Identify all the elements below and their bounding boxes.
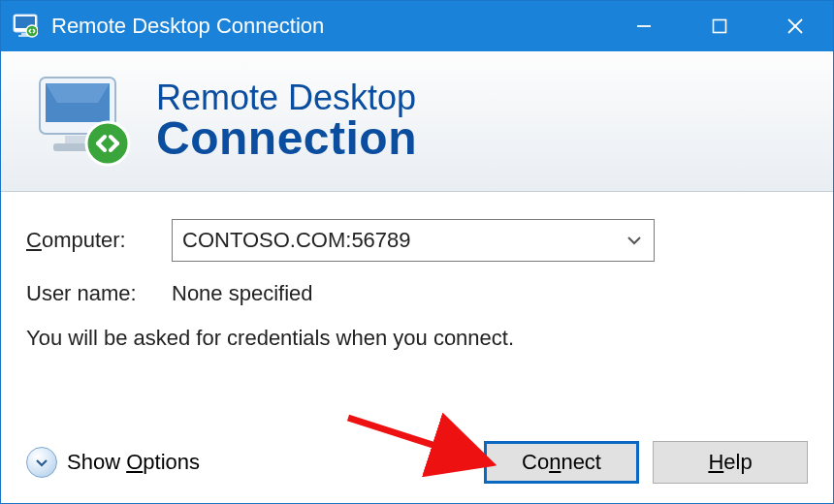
chevron-down-icon[interactable] bbox=[617, 220, 652, 261]
maximize-button[interactable] bbox=[682, 1, 757, 51]
rdp-banner-icon bbox=[32, 68, 139, 174]
rdp-titlebar-icon bbox=[11, 12, 40, 41]
footer: Show Options Connect Help bbox=[1, 441, 833, 503]
remote-desktop-window: Remote Desktop Connection bbox=[0, 0, 834, 504]
svg-point-13 bbox=[86, 122, 129, 165]
credentials-info: You will be asked for credentials when y… bbox=[26, 326, 808, 351]
expand-down-icon bbox=[26, 447, 57, 478]
annotation-arrow-icon bbox=[340, 408, 505, 486]
svg-point-4 bbox=[26, 25, 38, 37]
computer-row: Computer: CONTOSO.COM:56789 bbox=[26, 219, 808, 262]
help-button[interactable]: Help bbox=[653, 441, 808, 484]
computer-label: Computer: bbox=[26, 228, 172, 253]
titlebar: Remote Desktop Connection bbox=[1, 1, 833, 51]
show-options-toggle[interactable]: Show Options bbox=[26, 447, 200, 478]
username-value: None specified bbox=[172, 281, 313, 306]
username-row: User name: None specified bbox=[26, 281, 808, 306]
computer-input[interactable]: CONTOSO.COM:56789 bbox=[182, 228, 617, 253]
minimize-button[interactable] bbox=[606, 1, 682, 51]
banner-text: Remote Desktop Connection bbox=[156, 80, 417, 162]
connect-button[interactable]: Connect bbox=[484, 441, 639, 484]
window-controls bbox=[606, 1, 833, 51]
banner: Remote Desktop Connection bbox=[1, 51, 833, 192]
computer-combobox[interactable]: CONTOSO.COM:56789 bbox=[172, 219, 655, 262]
show-options-label: Show Options bbox=[67, 450, 200, 475]
banner-line2: Connection bbox=[156, 115, 417, 162]
banner-line1: Remote Desktop bbox=[156, 80, 417, 115]
svg-rect-6 bbox=[714, 20, 726, 33]
svg-line-14 bbox=[348, 418, 484, 461]
form-area: Computer: CONTOSO.COM:56789 User name: N… bbox=[1, 192, 833, 351]
close-button[interactable] bbox=[757, 1, 833, 51]
username-label: User name: bbox=[26, 281, 172, 306]
window-title: Remote Desktop Connection bbox=[51, 14, 606, 39]
